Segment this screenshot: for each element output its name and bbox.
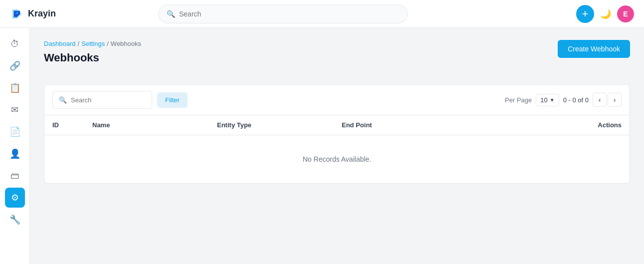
breadcrumb-settings[interactable]: Settings xyxy=(81,40,105,47)
col-entity-type: Entity Type xyxy=(217,121,342,129)
breadcrumb-dashboard[interactable]: Dashboard xyxy=(44,40,76,47)
tasks-icon: 📋 xyxy=(9,82,20,93)
table-search-input[interactable] xyxy=(71,96,146,104)
webhooks-table-container: 🔍 Filter Per Page 10 ▼ 0 - 0 of 0 ‹ › xyxy=(44,84,630,184)
filter-button[interactable]: Filter xyxy=(157,92,188,108)
sidebar-item-integrations[interactable]: 🔗 xyxy=(5,56,25,76)
col-actions: Actions xyxy=(562,121,622,129)
page-title: Webhooks xyxy=(44,51,141,64)
pagination-info: 0 - 0 of 0 xyxy=(563,96,589,104)
sidebar-item-mail[interactable]: ✉ xyxy=(5,100,25,120)
breadcrumb: Dashboard / Settings / Webhooks xyxy=(44,40,141,47)
contacts-icon: 👤 xyxy=(9,148,20,159)
breadcrumb-current: Webhooks xyxy=(111,40,141,47)
global-search-icon: 🔍 xyxy=(167,10,175,18)
pagination-buttons: ‹ › xyxy=(593,93,622,107)
dark-mode-toggle[interactable]: 🌙 xyxy=(600,8,611,19)
per-page-value: 10 xyxy=(540,96,547,104)
top-nav: Krayin 🔍 + 🌙 E xyxy=(0,0,644,28)
global-search-input[interactable] xyxy=(179,10,399,18)
krayin-logo-icon xyxy=(10,7,24,21)
per-page-area: Per Page 10 ▼ 0 - 0 of 0 ‹ › xyxy=(505,93,622,107)
table-toolbar: 🔍 Filter Per Page 10 ▼ 0 - 0 of 0 ‹ › xyxy=(44,85,630,115)
per-page-label: Per Page xyxy=(505,96,532,104)
logo-area: Krayin xyxy=(10,7,70,21)
sidebar-item-settings[interactable]: ⚙ xyxy=(5,188,25,208)
nav-right: + 🌙 E xyxy=(576,5,634,23)
avatar[interactable]: E xyxy=(617,5,634,22)
pagination-prev-button[interactable]: ‹ xyxy=(593,93,607,107)
col-endpoint: End Point xyxy=(342,121,562,129)
products-icon: 🗃 xyxy=(10,171,19,181)
page-title-area: Dashboard / Settings / Webhooks Webhooks xyxy=(44,40,141,74)
create-webhook-button[interactable]: Create Webhook xyxy=(558,40,630,58)
page-header: Dashboard / Settings / Webhooks Webhooks… xyxy=(44,40,630,74)
sidebar-item-activities[interactable]: ⏱ xyxy=(5,34,25,54)
table-empty-message: No Records Available. xyxy=(44,135,630,183)
breadcrumb-sep-1: / xyxy=(78,40,80,47)
col-name: Name xyxy=(92,121,217,129)
settings-icon: ⚙ xyxy=(11,192,19,203)
activities-icon: ⏱ xyxy=(10,39,19,49)
table-header: ID Name Entity Type End Point Actions xyxy=(44,115,630,135)
sidebar-item-tasks[interactable]: 📋 xyxy=(5,78,25,98)
pagination-next-button[interactable]: › xyxy=(608,93,622,107)
per-page-chevron-icon: ▼ xyxy=(550,97,555,103)
mail-icon: ✉ xyxy=(11,104,18,115)
table-search-icon: 🔍 xyxy=(59,96,67,104)
sidebar-item-tools[interactable]: 🔧 xyxy=(5,210,25,230)
global-search-bar[interactable]: 🔍 xyxy=(158,4,408,23)
sidebar: ⏱ 🔗 📋 ✉ 📄 👤 🗃 ⚙ 🔧 xyxy=(0,28,30,264)
integrations-icon: 🔗 xyxy=(9,60,20,71)
table-search-bar[interactable]: 🔍 xyxy=(52,91,152,109)
layout: ⏱ 🔗 📋 ✉ 📄 👤 🗃 ⚙ 🔧 xyxy=(0,28,644,264)
sidebar-item-products[interactable]: 🗃 xyxy=(5,166,25,186)
main-content: Dashboard / Settings / Webhooks Webhooks… xyxy=(30,28,644,264)
app-name: Krayin xyxy=(28,8,56,19)
sidebar-item-reports[interactable]: 📄 xyxy=(5,122,25,142)
col-id: ID xyxy=(52,121,92,129)
per-page-select[interactable]: 10 ▼ xyxy=(536,94,559,106)
sidebar-item-contacts[interactable]: 👤 xyxy=(5,144,25,164)
add-button[interactable]: + xyxy=(576,5,594,23)
tools-icon: 🔧 xyxy=(9,214,20,225)
breadcrumb-sep-2: / xyxy=(107,40,109,47)
reports-icon: 📄 xyxy=(9,126,20,137)
